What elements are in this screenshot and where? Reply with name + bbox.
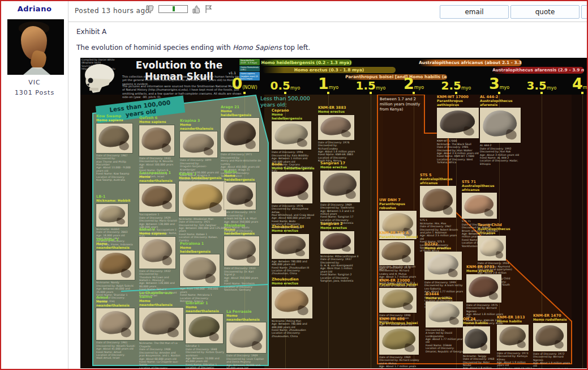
specimen-details: Nickname: Rhodesian Man Date of Discover…: [179, 218, 228, 242]
specimen-species: Homo erectus: [272, 229, 311, 233]
specimen-species: Australopithecus afarensis: [480, 99, 525, 107]
specimen-species: Paranthropus robustus: [379, 202, 419, 210]
skull-photo: [379, 240, 414, 265]
specimen-species: Homo neanderthalensis: [226, 314, 267, 321]
timeline-tick: [498, 92, 500, 94]
specimen-species: Homo neanderthalensis: [139, 299, 184, 307]
forum-page: Adriano VIC 1301 Posts Posted 13 hours a…: [0, 0, 588, 370]
infographic-image[interactable]: Compiled by Daniel White (Bioplane tech)…: [80, 58, 587, 368]
timeline-tick: [581, 92, 583, 94]
author-username[interactable]: Adriano: [1, 5, 68, 13]
skull-photo: [480, 108, 521, 143]
specimen-details: Nickname: Peking Man Age: Between 780,00…: [272, 320, 315, 338]
author-post-count: 1301 Posts: [1, 89, 68, 96]
header-divider: [68, 22, 588, 22]
specimen-details: Date of Discovery: 1961 Discovered by: H…: [96, 341, 136, 359]
specimen-details: Date of Discovery: 1933 Discovered by: D…: [224, 267, 261, 291]
author-rank: VIC: [1, 79, 68, 86]
specimen-species: Homo erectus: [466, 269, 504, 273]
specimen-card: Kow SwampHomo sapiensDate of Discovery: …: [96, 114, 136, 181]
legend-label: Homo floresiensis (LB1): [239, 66, 260, 72]
species-duration-bar: Australopithecus afarensis (2.9 - 3.9 my…: [492, 67, 584, 74]
specimen-details: Nickname: Pithecanthropus II Date of Dis…: [320, 255, 360, 283]
specimen-species: Homo sapiens: [139, 120, 178, 124]
specimen-species: Homo heidelbergensis: [180, 246, 221, 253]
timeline-tick: [370, 92, 372, 94]
timeline-marker: 2.5myo: [441, 79, 471, 92]
specimen-species: Homo neanderthalensis: [180, 123, 220, 130]
skull-photo: [437, 108, 479, 138]
specimen-species: Homo neanderthalensis: [96, 300, 136, 307]
timeline-tick: [540, 92, 543, 94]
quote-button[interactable]: quote: [510, 5, 580, 19]
skull-photo: [379, 326, 419, 355]
timeline-marker: 1myo: [318, 75, 338, 92]
gridline: [582, 95, 583, 368]
specimen-card: Shanidar 1Homo neanderthalensisNickname:…: [96, 238, 136, 303]
specimen-species: Homo rudolfensis: [533, 318, 570, 322]
specimen-card: KNM-ER 3883Homo erectusDate of Discovery…: [318, 106, 358, 163]
specimen-species: Paranthropus boisei: [379, 235, 419, 239]
specimen-species: Homo erectus: [320, 226, 360, 230]
specimen-species: Homo heidelbergensis: [179, 176, 228, 180]
skull-photo: [466, 274, 501, 303]
specimen-details: Date of Discovery: 1972 Discovered by: B…: [533, 352, 570, 368]
skull-photo: [463, 326, 490, 354]
skull-photo: [320, 231, 354, 254]
skull-photo: [180, 131, 217, 158]
skull-photo: [186, 314, 223, 343]
specimen-species: Homo habilis: [463, 321, 496, 325]
infographic-intro-1: This collection of skulls (well, cranium…: [122, 75, 242, 86]
specimen-species: Homo heidelbergensis: [272, 167, 315, 171]
email-button[interactable]: email: [440, 5, 509, 19]
skull-photo: [272, 121, 311, 150]
specimen-card: KNM-ER 406Paranthropus boiseiDate of Dis…: [379, 317, 420, 368]
timeline-marker: 2myo: [404, 75, 424, 92]
specimen-card: Kabwe 1Homo heidelbergensisNickname: Rho…: [179, 172, 228, 242]
skull-photo: [426, 301, 463, 328]
specimen-card: STS 5Australopithecus africanusSTS 5 Nic…: [420, 173, 458, 253]
specimen-details: KNM-WT 17000 Nickname: The Black Skull D…: [437, 139, 481, 164]
specimen-species: Homo erectus: [320, 165, 362, 169]
specimen-species: Homo heidelbergensis: [221, 109, 261, 117]
specimen-species: Homo heidelbergensis: [224, 228, 261, 235]
skull-photo: [139, 237, 175, 269]
partial-button[interactable]: [581, 5, 588, 19]
timeline-marker: 3.5myo: [527, 79, 557, 92]
specimen-details: Nickname: The Old Man of La Chapelle Dat…: [139, 342, 184, 368]
skull-photo: [139, 184, 175, 212]
specimen-card: La FerrassieHomo neanderthalensisDate of…: [226, 310, 267, 368]
specimen-species: Homo erectus: [424, 246, 464, 250]
specimen-card: Qafzeh 6Homo sapiensDate of Discovery: 1…: [139, 116, 178, 178]
timeline-marker: 0(NOW): [231, 75, 257, 92]
skull-photo: [226, 322, 266, 353]
skull-photo: [139, 125, 174, 156]
species-duration-bar: Australopithecus africanus (about 2.1 - …: [419, 59, 522, 66]
post-text-line1: Exhibit A: [76, 28, 106, 36]
specimen-species: Homo neanderthalensis: [139, 175, 178, 182]
specimen-details: Date of Discovery: 1967 Discovered by: A…: [96, 154, 136, 182]
specimen-card: AmudHomo neanderthalensisDate of Discove…: [96, 296, 136, 360]
species-duration-bar: Homo heidelbergensis (0.2 - 1.3 mya): [260, 59, 352, 66]
specimen-species: Homo erectus: [272, 282, 315, 286]
skull-photo: [320, 171, 360, 202]
italic-species-text: Homo Sapiens: [233, 44, 281, 52]
specimen-card: D3444Homo erectusDiscovered by: A team l…: [426, 292, 465, 353]
specimen-card: SteinheimHomo heidelbergensisDate of Dis…: [224, 224, 261, 292]
skull-photo: [96, 204, 128, 227]
timeline-marker: 1.5myo: [356, 79, 386, 92]
specimen-card: KNM-ER 1470Homo rudolfensisDate of Disco…: [533, 314, 570, 368]
specimen-species: Homo erectus: [318, 110, 358, 114]
specimen-card: La Chapelle-aux-SaintsHomo neanderthalen…: [139, 291, 184, 368]
specimen-card: AL 444-2Australopithecus afarensisAL 444…: [480, 95, 525, 165]
specimen-species: Homo sapiens: [139, 232, 178, 236]
specimen-details: Gibraltar 1 Date of Discovery: 1848 Disc…: [186, 345, 225, 368]
specimen-species: Homo neanderthalensis: [186, 305, 225, 313]
skull-photo: [533, 323, 567, 351]
specimen-card: KNM-WT 17000Paranthropus aethiopicusKNM-…: [437, 95, 481, 164]
specimen-card: Gibraltar 1Homo neanderthalensisGibralta…: [186, 301, 225, 368]
skull-photo: [318, 115, 354, 140]
timeline-tick: [284, 92, 286, 94]
post-text-line2: The evolution of hominid species ending …: [76, 44, 310, 52]
skull-photo: [420, 186, 456, 218]
